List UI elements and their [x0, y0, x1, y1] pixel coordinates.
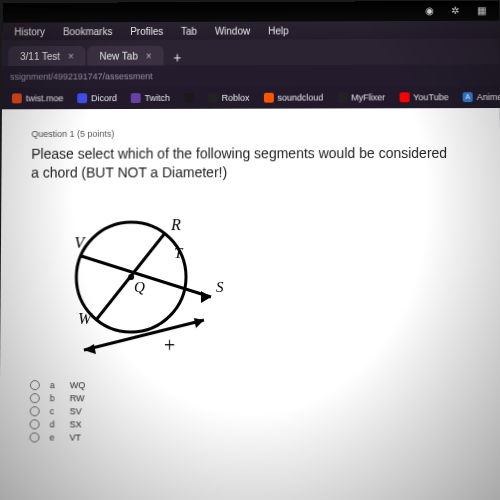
bookmark-label: YouTube: [413, 92, 448, 102]
page-content: Question 1 (5 points) Please select whic…: [0, 108, 500, 500]
bookmark-label: Dicord: [91, 93, 117, 103]
close-icon[interactable]: ×: [68, 51, 74, 62]
choice-letter: d: [50, 419, 60, 429]
bookmark-label: soundcloud: [277, 93, 323, 103]
macos-menubar-right: ◉ ✲ ▦: [3, 1, 500, 23]
bookmark-label: twist.moe: [26, 93, 64, 103]
close-icon[interactable]: ×: [146, 51, 152, 62]
label-plus: +: [164, 334, 175, 356]
bookmark-twitch[interactable]: Twitch: [131, 93, 170, 103]
svg-line-1: [81, 256, 211, 297]
bookmark-discord[interactable]: Dicord: [77, 93, 117, 103]
favicon-icon: [184, 93, 194, 103]
bookmark-label: AnimeDao: [477, 92, 500, 102]
bookmark-myflixer[interactable]: MyFlixer: [337, 92, 385, 102]
label-s: S: [216, 279, 224, 295]
bookmark-twistmoe[interactable]: twist.moe: [12, 93, 64, 103]
circle-figure: V R T S Q W +: [36, 192, 236, 372]
favicon-icon: [77, 93, 87, 103]
choice-b[interactable]: b RW: [30, 393, 472, 404]
bluetooth-icon: ✲: [451, 5, 463, 17]
new-tab-button[interactable]: +: [165, 50, 189, 66]
choice-value: RW: [70, 393, 85, 403]
radio-c[interactable]: [30, 406, 40, 416]
bookmark-soundcloud[interactable]: soundcloud: [264, 93, 324, 103]
choice-value: VT: [69, 432, 81, 442]
favicon-icon: A: [463, 92, 473, 102]
favicon-icon: [399, 92, 409, 102]
radio-a[interactable]: [30, 380, 40, 390]
choice-d[interactable]: d SX: [30, 419, 472, 430]
menu-help[interactable]: Help: [268, 25, 288, 36]
menu-bookmarks[interactable]: Bookmarks: [63, 26, 113, 37]
menu-window[interactable]: Window: [215, 25, 250, 36]
favicon-icon: [208, 93, 218, 103]
choice-value: SV: [70, 406, 82, 416]
label-r: R: [170, 216, 181, 233]
bookmark-label: Roblox: [222, 93, 250, 103]
choice-letter: c: [50, 406, 60, 416]
radio-b[interactable]: [30, 393, 40, 403]
choice-letter: e: [49, 432, 59, 442]
camera-icon: ◉: [425, 5, 437, 17]
bookmark-animedao[interactable]: AAnimeDao: [463, 92, 500, 102]
favicon-icon: [264, 93, 274, 103]
bookmark-label: MyFlixer: [351, 92, 385, 102]
radio-e[interactable]: [30, 432, 40, 442]
choice-letter: a: [50, 380, 60, 390]
tab-label: New Tab: [99, 51, 137, 62]
choice-value: WQ: [70, 380, 86, 390]
tab-test[interactable]: 3/11 Test ×: [8, 46, 85, 66]
question-text: Please select which of the following seg…: [31, 144, 450, 182]
menu-history[interactable]: History: [14, 26, 45, 37]
menu-profiles[interactable]: Profiles: [130, 25, 163, 36]
bookmark-label: Twitch: [145, 93, 170, 103]
more-icon: ▦: [477, 5, 489, 17]
choice-letter: b: [50, 393, 60, 403]
browser-menubar: History Bookmarks Profiles Tab Window He…: [2, 21, 499, 41]
favicon-icon: [131, 93, 141, 103]
tab-newtab[interactable]: New Tab ×: [88, 46, 164, 66]
radio-d[interactable]: [30, 419, 40, 429]
menu-tab[interactable]: Tab: [181, 25, 197, 36]
tab-label: 3/11 Test: [20, 51, 60, 62]
choice-e[interactable]: e VT: [30, 432, 472, 443]
question-meta: Question 1 (5 points): [31, 128, 470, 139]
svg-marker-5: [84, 344, 96, 354]
bookmarks-bar: twist.moe Dicord Twitch Roblox soundclou…: [2, 86, 500, 109]
choice-a[interactable]: a WQ: [30, 380, 472, 391]
choice-c[interactable]: c SV: [30, 406, 472, 417]
bookmark-youtube[interactable]: YouTube: [399, 92, 448, 102]
label-q: Q: [134, 279, 145, 295]
bookmark-unknown[interactable]: [184, 93, 194, 103]
bookmark-roblox[interactable]: Roblox: [208, 93, 250, 103]
svg-marker-2: [201, 291, 211, 303]
url-text: ssignment/4992191747/assessment: [10, 71, 153, 81]
answer-choices: a WQ b RW c SV d SX e VT: [30, 380, 472, 443]
address-bar[interactable]: ssignment/4992191747/assessment: [2, 64, 500, 87]
favicon-icon: [337, 93, 347, 103]
label-w: W: [78, 310, 93, 327]
favicon-icon: [12, 93, 22, 103]
choice-value: SX: [70, 419, 82, 429]
tab-bar: 3/11 Test × New Tab × +: [2, 39, 499, 66]
screen: ◉ ✲ ▦ History Bookmarks Profiles Tab Win…: [0, 1, 500, 500]
